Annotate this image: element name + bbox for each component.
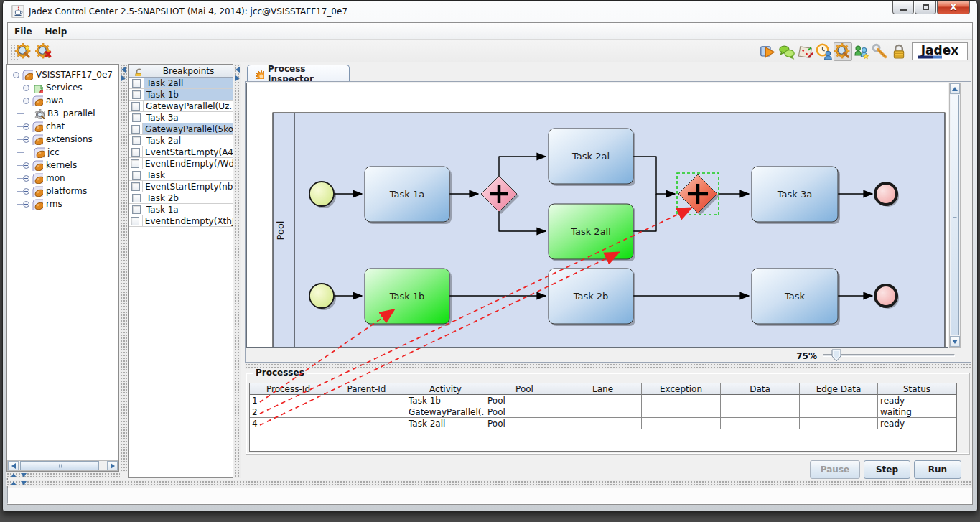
column-header[interactable]: Activity — [406, 383, 485, 395]
tree-scroll-thumb[interactable] — [20, 461, 99, 470]
column-header[interactable]: Edge Data — [800, 383, 878, 395]
tree-node-platforms[interactable]: platforms — [23, 185, 87, 197]
task-task-2b[interactable]: Task 2b — [549, 269, 635, 326]
task-task-2al[interactable]: Task 2al — [549, 129, 635, 186]
breakpoint-checkbox[interactable] — [132, 171, 141, 180]
breakpoint-checkbox[interactable] — [132, 90, 141, 99]
breakpoint-checkbox[interactable] — [131, 217, 139, 225]
scroll-down-icon[interactable] — [950, 336, 960, 347]
tree-node-awa[interactable]: awa — [23, 94, 64, 107]
test-center-icon-button[interactable] — [796, 42, 815, 61]
tree-toggle-icon[interactable] — [23, 162, 29, 169]
tree-toggle-icon[interactable] — [23, 123, 29, 130]
scroll-right-icon[interactable] — [107, 461, 118, 470]
task-task-2all[interactable]: Task 2all — [549, 204, 635, 261]
bpmn-canvas[interactable]: Pool Task 1a Task 2al Task 2all Task 3a … — [246, 83, 948, 348]
maximize-button[interactable] — [915, 1, 936, 14]
column-header[interactable]: Lane — [564, 383, 642, 395]
zoom-slider-track[interactable] — [823, 354, 955, 357]
zoom-slider-thumb[interactable] — [831, 349, 841, 362]
column-header[interactable]: Pool — [485, 383, 564, 395]
tab-process-inspector[interactable]: Process Inspector — [247, 65, 350, 82]
breakpoint-row[interactable]: GatewayParallel(Uz... — [129, 101, 233, 112]
tree-toggle-icon[interactable] — [23, 201, 29, 208]
security-icon-button[interactable] — [852, 42, 871, 61]
breakpoint-row[interactable]: EventStartEmpty(nb... — [129, 181, 233, 192]
tree-horizontal-scrollbar[interactable] — [7, 460, 118, 471]
breakpoint-checkbox[interactable] — [131, 125, 140, 134]
column-header[interactable]: Parent-Id — [327, 383, 406, 395]
task-task-1b[interactable]: Task 1b — [365, 269, 452, 326]
console-splitter[interactable] — [6, 480, 972, 486]
breakpoint-row[interactable]: Task — [129, 169, 233, 181]
breakpoints-lock-header[interactable] — [129, 65, 144, 78]
gear-search-add-icon-button[interactable] — [14, 42, 33, 61]
tree-node-kernels[interactable]: kernels — [23, 159, 77, 172]
breakpoint-checkbox[interactable] — [131, 159, 139, 168]
tree-toggle-icon[interactable] — [23, 188, 29, 195]
column-header[interactable]: Process-Id — [250, 383, 327, 395]
tree-toggle-icon[interactable] — [23, 136, 29, 143]
breakpoint-row[interactable]: Task 2all — [129, 78, 233, 89]
tree-node-rms[interactable]: rms — [23, 197, 62, 210]
breakpoint-checkbox[interactable] — [132, 136, 141, 145]
task-task-1a[interactable]: Task 1a — [365, 167, 452, 224]
breakpoint-row[interactable]: Task 3a — [129, 112, 233, 123]
menu-help[interactable]: Help — [39, 27, 74, 37]
breakpoint-row[interactable]: Task 2b — [129, 192, 233, 204]
breakpoint-row[interactable]: GatewayParallel(5ko... — [129, 123, 233, 135]
tree-breakpoints-splitter[interactable] — [120, 64, 127, 472]
breakpoint-checkbox[interactable] — [132, 113, 141, 122]
lock-icon-button[interactable] — [890, 42, 908, 61]
awareness-icon-button[interactable] — [815, 42, 834, 61]
breakpoint-row[interactable]: Task 1a — [129, 204, 233, 215]
breakpoint-checkbox[interactable] — [132, 79, 141, 88]
end-event[interactable] — [875, 183, 899, 207]
canvas-scroll-thumb[interactable] — [951, 95, 959, 335]
breakpoint-row[interactable]: Task 1b — [129, 89, 233, 101]
breakpoint-checkbox[interactable] — [132, 194, 141, 202]
scroll-up-icon[interactable] — [950, 83, 960, 94]
canvas-vertical-scrollbar[interactable] — [949, 83, 961, 348]
breakpoint-checkbox[interactable] — [131, 102, 140, 111]
gear-search-remove-icon-button[interactable] — [34, 42, 53, 61]
breakpoint-checkbox[interactable] — [132, 205, 141, 214]
table-row[interactable]: 1Task 1bPoolready — [250, 395, 956, 406]
column-header[interactable]: Status — [878, 383, 956, 395]
tree-toggle-icon[interactable] — [23, 98, 29, 104]
tree-toggle-icon[interactable] — [23, 85, 29, 91]
table-row[interactable]: 4Task 2allPoolready — [250, 418, 956, 429]
conversation-icon-button[interactable] — [778, 42, 796, 61]
breakpoint-checkbox[interactable] — [131, 182, 140, 191]
tree-node-extensions[interactable]: extensions — [23, 133, 93, 146]
breakpoint-row[interactable]: EventEndEmpty(/Wd... — [129, 158, 233, 169]
run-button[interactable]: Run — [914, 460, 961, 479]
close-button[interactable]: X — [937, 1, 970, 14]
tree-node-b3-parallel[interactable]: B3_parallel — [23, 107, 95, 120]
pause-button[interactable]: Pause — [810, 460, 860, 479]
minimize-button[interactable] — [892, 1, 914, 14]
breakpoint-checkbox[interactable] — [131, 148, 140, 157]
breakpoints-inspector-splitter[interactable] — [234, 64, 241, 478]
settings-icon-button[interactable] — [871, 42, 890, 61]
breakpoint-row[interactable]: EventEndEmpty(XthJ... — [129, 215, 233, 227]
breakpoint-row[interactable]: Task 2al — [129, 135, 233, 146]
starter-icon-button[interactable] — [759, 42, 778, 61]
end-event[interactable] — [875, 285, 899, 309]
step-button[interactable]: Step — [864, 460, 910, 479]
task-task-3a[interactable]: Task 3a — [752, 167, 840, 224]
table-row[interactable]: 2GatewayParallel(...Poolwaiting — [250, 406, 956, 418]
canvas-processes-splitter[interactable] — [245, 363, 971, 369]
breakpoint-row[interactable]: EventStartEmpty(A4... — [129, 146, 233, 158]
menu-file[interactable]: File — [8, 27, 39, 37]
scroll-left-icon[interactable] — [8, 461, 19, 470]
tree-node-jcc[interactable]: jcc — [23, 146, 60, 159]
tree-node-vsisstaff17-0e7[interactable]: VSISSTAFF17_0e7 — [13, 68, 113, 81]
tree-node-mon[interactable]: mon — [23, 172, 65, 185]
left-bottom-splitter[interactable] — [6, 472, 120, 478]
tree-node-chat[interactable]: chat — [23, 120, 65, 133]
component-viewer-icon-button[interactable] — [834, 42, 852, 61]
column-header[interactable]: Exception — [642, 383, 721, 395]
task-task[interactable]: Task — [752, 269, 840, 326]
tree-node-services[interactable]: Services — [23, 81, 83, 94]
